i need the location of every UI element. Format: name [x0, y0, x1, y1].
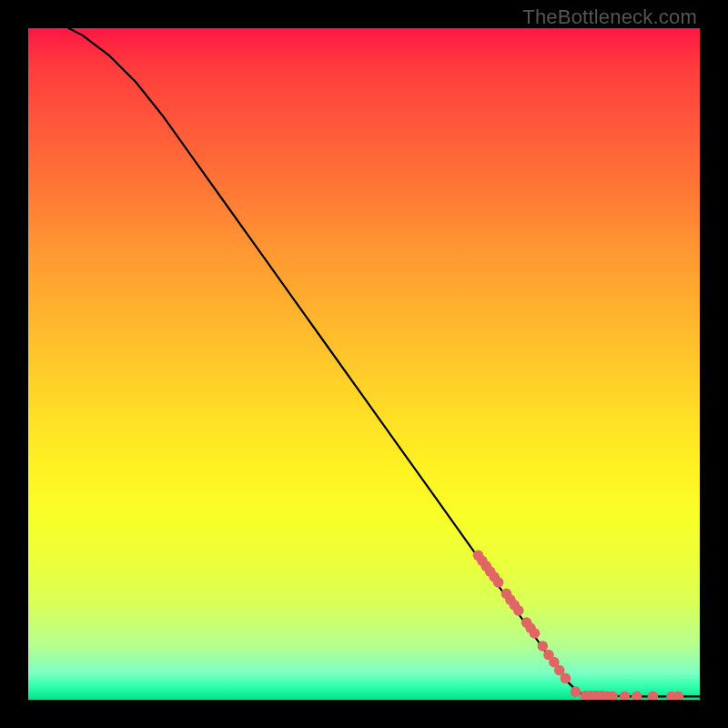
data-point	[505, 594, 516, 605]
data-point	[489, 571, 500, 582]
plot-area	[28, 28, 700, 700]
data-point	[538, 641, 549, 652]
data-point	[554, 665, 565, 676]
data-point	[632, 692, 642, 700]
data-point	[543, 650, 554, 661]
data-point	[549, 657, 560, 668]
data-point	[581, 691, 592, 700]
data-point	[596, 691, 607, 700]
data-point	[521, 617, 532, 628]
data-point	[493, 577, 504, 588]
chart-svg	[28, 28, 700, 700]
data-point	[648, 692, 659, 700]
data-point	[620, 692, 631, 700]
data-point	[571, 686, 581, 697]
data-point	[473, 551, 484, 561]
data-point	[602, 692, 612, 700]
data-point	[607, 692, 618, 700]
data-point	[530, 628, 541, 639]
data-point	[561, 673, 571, 684]
data-point	[592, 691, 602, 700]
data-point	[477, 555, 488, 566]
data-point	[501, 589, 512, 600]
data-point	[586, 691, 597, 700]
data-point	[485, 566, 496, 577]
data-point	[481, 561, 492, 571]
dots-group	[473, 551, 684, 700]
data-point	[510, 600, 521, 611]
data-point	[525, 622, 536, 633]
data-point	[673, 692, 684, 700]
watermark-text: TheBottleneck.com	[522, 5, 697, 29]
data-point	[513, 605, 524, 616]
chart-stage: TheBottleneck.com	[0, 0, 728, 728]
data-point	[666, 692, 677, 700]
curve-path	[68, 28, 700, 696]
